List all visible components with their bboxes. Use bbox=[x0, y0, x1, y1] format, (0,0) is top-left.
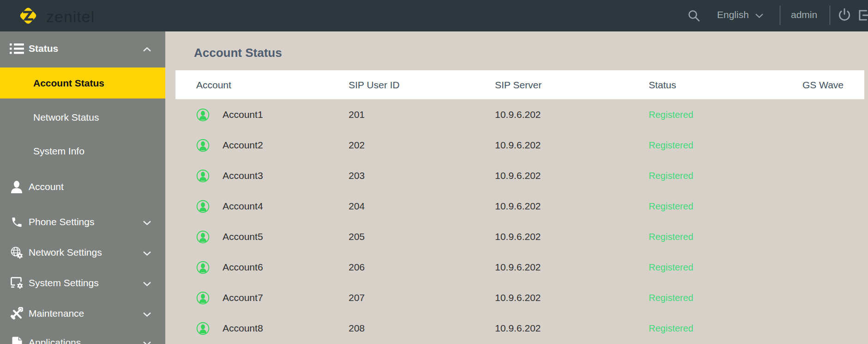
topbar-divider bbox=[830, 6, 830, 25]
account-name: Account8 bbox=[223, 313, 263, 344]
column-header-sip-server: SIP Server bbox=[495, 70, 542, 99]
power-button[interactable] bbox=[838, 8, 851, 24]
sidebar-item-network-settings[interactable]: Network Settings bbox=[0, 237, 165, 268]
brand: zenitel bbox=[16, 3, 95, 30]
registration-status: Registered bbox=[649, 99, 693, 130]
document-icon bbox=[8, 336, 25, 344]
chevron-up-icon bbox=[143, 43, 151, 54]
main-content: Account Status Account SIP User ID SIP S… bbox=[165, 31, 868, 344]
table-row: Account6 206 10.9.6.202 Registered bbox=[175, 252, 864, 283]
sidebar-item-label: Account bbox=[29, 181, 64, 192]
person-in-circle-icon bbox=[196, 99, 210, 130]
sidebar-item-phone-settings[interactable]: Phone Settings bbox=[0, 207, 165, 237]
column-header-gs-wave: GS Wave bbox=[802, 70, 844, 99]
power-icon bbox=[838, 17, 851, 24]
search-button[interactable] bbox=[687, 9, 700, 24]
registration-status: Registered bbox=[649, 130, 693, 160]
sidebar-item-label: System Settings bbox=[29, 277, 99, 289]
globe-gear-icon bbox=[8, 246, 25, 259]
person-in-circle-icon bbox=[196, 160, 210, 191]
registration-status: Registered bbox=[649, 283, 693, 313]
sip-server: 10.9.6.202 bbox=[495, 283, 541, 313]
registration-status: Registered bbox=[649, 221, 693, 252]
chevron-down-icon bbox=[143, 247, 151, 258]
language-selector[interactable]: English bbox=[717, 9, 763, 20]
person-in-circle-icon bbox=[196, 283, 210, 313]
person-in-circle-icon bbox=[196, 313, 210, 344]
sip-user-id: 207 bbox=[349, 283, 365, 313]
topbar: zenitel English admin bbox=[0, 0, 868, 31]
monitor-gear-icon bbox=[8, 276, 25, 289]
sip-user-id: 201 bbox=[349, 99, 365, 130]
account-name: Account3 bbox=[223, 160, 263, 191]
sip-server: 10.9.6.202 bbox=[495, 191, 541, 221]
logout-icon bbox=[857, 17, 868, 24]
sidebar-item-system-info[interactable]: System Info bbox=[0, 135, 165, 167]
sip-user-id: 204 bbox=[349, 191, 365, 221]
table-row: Account5 205 10.9.6.202 Registered bbox=[175, 221, 864, 252]
sidebar-item-label: Account Status bbox=[33, 78, 104, 89]
logout-button[interactable] bbox=[857, 8, 868, 24]
table-row: Account4 204 10.9.6.202 Registered bbox=[175, 191, 864, 221]
sidebar-item-label: Applications bbox=[29, 337, 81, 344]
chevron-down-icon bbox=[755, 9, 763, 20]
sip-user-id: 202 bbox=[349, 130, 365, 160]
sip-user-id: 203 bbox=[349, 160, 365, 191]
sidebar-item-label: System Info bbox=[33, 146, 84, 157]
table-row: Account3 203 10.9.6.202 Registered bbox=[175, 160, 864, 191]
list-icon bbox=[8, 43, 25, 55]
sidebar-item-network-status[interactable]: Network Status bbox=[0, 102, 165, 133]
chevron-down-icon bbox=[143, 277, 151, 289]
search-icon bbox=[687, 17, 700, 24]
person-in-circle-icon bbox=[196, 191, 210, 221]
sip-server: 10.9.6.202 bbox=[495, 221, 541, 252]
sip-server: 10.9.6.202 bbox=[495, 252, 541, 283]
column-header-sip-user-id: SIP User ID bbox=[349, 70, 399, 99]
account-table-body: Account1 201 10.9.6.202 Registered Accou… bbox=[175, 99, 864, 344]
column-header-account: Account bbox=[196, 70, 231, 99]
table-row: Account7 207 10.9.6.202 Registered bbox=[175, 283, 864, 313]
chevron-down-icon bbox=[143, 216, 151, 227]
sidebar-item-maintenance[interactable]: Maintenance bbox=[0, 298, 165, 329]
language-label: English bbox=[717, 9, 749, 20]
account-name: Account5 bbox=[223, 221, 263, 252]
sidebar-item-label: Maintenance bbox=[29, 308, 84, 319]
table-row: Account1 201 10.9.6.202 Registered bbox=[175, 99, 864, 130]
sip-server: 10.9.6.202 bbox=[495, 160, 541, 191]
sidebar-item-system-settings[interactable]: System Settings bbox=[0, 268, 165, 298]
table-header: Account SIP User ID SIP Server Status GS… bbox=[175, 70, 864, 99]
tools-icon bbox=[8, 307, 25, 320]
sip-server: 10.9.6.202 bbox=[495, 130, 541, 160]
sidebar-item-account[interactable]: Account bbox=[0, 172, 165, 202]
sip-server: 10.9.6.202 bbox=[495, 99, 541, 130]
table-row: Account2 202 10.9.6.202 Registered bbox=[175, 130, 864, 160]
topbar-divider bbox=[780, 6, 780, 25]
sip-user-id: 208 bbox=[349, 313, 365, 344]
column-header-status: Status bbox=[649, 70, 676, 99]
zenitel-logo-icon bbox=[16, 3, 41, 30]
account-name: Account2 bbox=[223, 130, 263, 160]
account-name: Account1 bbox=[223, 99, 263, 130]
sidebar-item-label: Network Settings bbox=[29, 247, 102, 258]
account-name: Account4 bbox=[223, 191, 263, 221]
brand-wordmark: zenitel bbox=[46, 8, 95, 26]
table-row: Account8 208 10.9.6.202 Registered bbox=[175, 313, 864, 344]
registration-status: Registered bbox=[649, 313, 693, 344]
sip-user-id: 205 bbox=[349, 221, 365, 252]
account-name: Account6 bbox=[223, 252, 263, 283]
sidebar-item-label: Status bbox=[29, 43, 58, 54]
person-in-circle-icon bbox=[196, 221, 210, 252]
sidebar-item-status[interactable]: Status bbox=[0, 31, 165, 66]
phone-icon bbox=[8, 216, 25, 228]
person-in-circle-icon bbox=[196, 130, 210, 160]
sidebar: Status Account Status Network Status Sys… bbox=[0, 31, 165, 344]
page-title: Account Status bbox=[194, 46, 282, 60]
person-in-circle-icon bbox=[196, 252, 210, 283]
chevron-down-icon bbox=[143, 308, 151, 319]
sidebar-item-account-status[interactable]: Account Status bbox=[0, 68, 165, 98]
sidebar-item-applications[interactable]: Applications bbox=[0, 327, 165, 344]
user-icon bbox=[8, 181, 25, 193]
sip-user-id: 206 bbox=[349, 252, 365, 283]
user-menu[interactable]: admin bbox=[791, 9, 817, 20]
account-name: Account7 bbox=[223, 283, 263, 313]
